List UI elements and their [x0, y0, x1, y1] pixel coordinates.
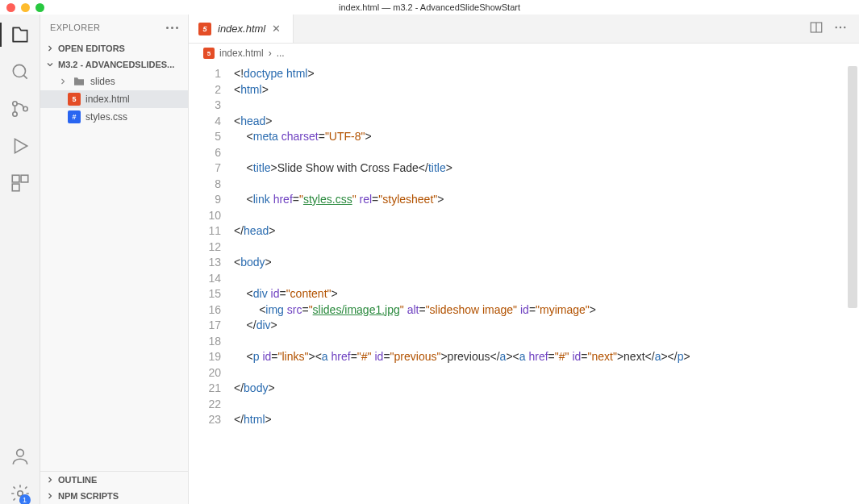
tab-index-html[interactable]: 5 index.html ✕: [189, 15, 294, 43]
svg-rect-6: [12, 184, 19, 191]
css-file-icon: #: [68, 110, 81, 123]
scrollbar-vertical[interactable]: [848, 66, 857, 308]
chevron-right-icon: [58, 77, 68, 86]
editor-column: 5 index.html ✕ 5 index.html › ... 123456…: [189, 15, 859, 504]
extensions-icon[interactable]: [10, 173, 31, 194]
svg-rect-4: [12, 175, 19, 182]
maximize-window-icon[interactable]: [35, 3, 44, 12]
file-tree: slides 5 index.html # styles.css: [40, 73, 188, 471]
svg-point-7: [16, 449, 23, 456]
chevron-down-icon: [45, 60, 55, 69]
window-title: index.html — m3.2 - AdvancedSlideShowSta…: [0, 0, 859, 15]
code-content[interactable]: <!doctype html><html> <head> <meta chars…: [234, 63, 859, 504]
tree-file-styles[interactable]: # styles.css: [40, 108, 188, 126]
section-open-editors[interactable]: OPEN EDITORS: [40, 40, 188, 56]
open-editors-label: OPEN EDITORS: [58, 44, 125, 53]
breadcrumb-more: ...: [277, 48, 285, 59]
explorer-more-icon[interactable]: [166, 27, 178, 29]
close-window-icon[interactable]: [6, 3, 15, 12]
tree-file-index[interactable]: 5 index.html: [40, 90, 188, 108]
close-icon[interactable]: ✕: [272, 23, 283, 35]
sidebar-explorer: EXPLORER OPEN EDITORS M3.2 - ADVANCEDSLI…: [40, 15, 189, 504]
chevron-right-icon: ›: [269, 48, 272, 59]
tree-label: styles.css: [85, 111, 127, 123]
svg-point-12: [844, 26, 845, 27]
breadcrumb-file: index.html: [219, 48, 264, 59]
tab-bar: 5 index.html ✕: [189, 15, 859, 44]
explorer-title: EXPLORER: [50, 23, 100, 32]
editor-more-icon[interactable]: [833, 20, 848, 38]
chevron-right-icon: [45, 475, 55, 485]
section-project[interactable]: M3.2 - ADVANCEDSLIDES...: [40, 56, 188, 73]
update-badge: 1: [19, 494, 31, 504]
search-icon[interactable]: [10, 61, 31, 82]
activity-bar: 1: [0, 15, 40, 504]
svg-point-10: [836, 26, 837, 27]
project-label: M3.2 - ADVANCEDSLIDES...: [58, 60, 174, 69]
svg-point-2: [12, 112, 16, 116]
svg-point-1: [12, 102, 16, 106]
minimize-window-icon[interactable]: [21, 3, 30, 12]
split-editor-icon[interactable]: [809, 20, 824, 38]
tab-label: index.html: [218, 23, 265, 35]
html-file-icon: 5: [198, 23, 211, 35]
tree-label: slides: [90, 76, 115, 87]
chevron-right-icon: [45, 491, 55, 501]
folder-icon: [73, 75, 85, 88]
section-outline[interactable]: OUTLINE: [40, 472, 188, 488]
tree-label: index.html: [85, 94, 130, 105]
run-debug-icon[interactable]: [10, 135, 31, 156]
code-editor[interactable]: 1234567891011121314151617181920212223 <!…: [189, 63, 859, 504]
source-control-icon[interactable]: [10, 98, 31, 119]
npm-scripts-label: NPM SCRIPTS: [58, 491, 119, 501]
line-number-gutter: 1234567891011121314151617181920212223: [189, 63, 234, 504]
mac-window-controls: [6, 3, 44, 12]
accounts-icon[interactable]: [10, 446, 31, 467]
section-npm-scripts[interactable]: NPM SCRIPTS: [40, 488, 188, 504]
html-file-icon: 5: [68, 93, 81, 106]
outline-label: OUTLINE: [58, 475, 97, 485]
svg-point-0: [13, 65, 25, 77]
chevron-right-icon: [45, 44, 55, 53]
svg-point-11: [840, 26, 841, 27]
tree-folder-slides[interactable]: slides: [40, 73, 188, 90]
explorer-icon[interactable]: [10, 24, 31, 45]
manage-gear-icon[interactable]: 1: [10, 483, 31, 504]
svg-rect-5: [21, 175, 28, 182]
breadcrumb[interactable]: 5 index.html › ...: [189, 44, 859, 63]
html-file-icon: 5: [203, 48, 215, 59]
